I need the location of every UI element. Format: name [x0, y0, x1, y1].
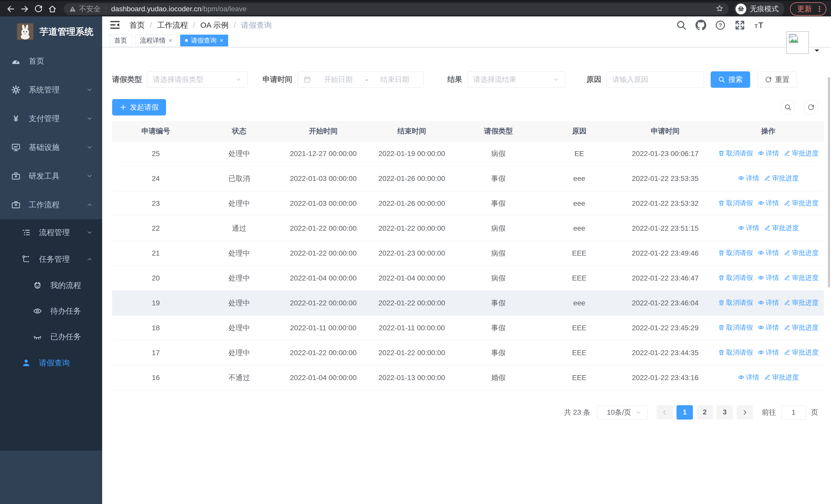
sidebar-item-system[interactable]: 系统管理	[0, 76, 102, 104]
browser-reload-button[interactable]	[32, 3, 45, 15]
chevron-down-icon	[86, 115, 93, 122]
sidebar-item-payment[interactable]: 支付管理	[0, 104, 102, 133]
action-detail-link[interactable]: 详情	[738, 224, 760, 233]
action-progress-link[interactable]: 审批进度	[784, 298, 819, 307]
action-progress-link[interactable]: 审批进度	[784, 199, 819, 208]
browser-menu-icon[interactable]	[815, 5, 823, 13]
sidebar-item-infrastructure[interactable]: 基础设施	[0, 133, 102, 162]
goto-page-input[interactable]	[781, 405, 806, 420]
action-progress-link[interactable]: 审批进度	[784, 248, 819, 257]
cell-end-time: 2022-01-26 00:00:00	[368, 166, 456, 191]
result-select[interactable]: 请选择流结果	[467, 71, 565, 88]
next-page-button[interactable]	[737, 405, 753, 420]
action-detail-link[interactable]: 详情	[757, 348, 779, 357]
action-cancel-link[interactable]: 取消请假	[718, 149, 753, 158]
breadcrumb-item[interactable]: 工作流程	[157, 20, 188, 31]
cell-end-time: 2022-01-11 00:00:00	[368, 316, 456, 340]
action-cancel-link[interactable]: 取消请假	[718, 323, 753, 332]
end-date-input[interactable]: 结束日期	[372, 75, 418, 84]
action-progress-link[interactable]: 审批进度	[784, 323, 819, 332]
action-progress-link[interactable]: 审批进度	[764, 224, 799, 233]
browser-update-button[interactable]: 更新	[790, 2, 826, 16]
tab-leave-query[interactable]: 请假查询 ×	[180, 35, 228, 47]
refresh-table-button[interactable]	[804, 100, 818, 114]
site-security[interactable]: 不安全	[69, 4, 101, 14]
sidebar-item-todo-tasks[interactable]: 待办任务	[0, 298, 102, 324]
chevron-up-icon	[86, 256, 93, 263]
browser-forward-button[interactable]	[19, 3, 31, 15]
cell-status: 处理中	[199, 291, 279, 316]
create-leave-button[interactable]: 发起请假	[112, 99, 166, 116]
start-date-input[interactable]: 开始日期	[315, 75, 361, 84]
cell-start-time: 2022-01-22 00:00:00	[279, 291, 368, 316]
action-progress-link[interactable]: 审批进度	[784, 348, 819, 357]
menu-fold-icon[interactable]	[109, 19, 121, 31]
scrollbar[interactable]	[828, 77, 830, 288]
sidebar-item-done-tasks[interactable]: 已办任务	[0, 324, 102, 350]
help-icon[interactable]	[715, 20, 726, 31]
fullscreen-icon[interactable]	[735, 20, 745, 31]
sidebar-item-home[interactable]: 首页	[0, 47, 102, 76]
action-detail-link[interactable]: 详情	[757, 149, 779, 158]
cell-apply-time: 2022-01-22 23:51:15	[618, 216, 713, 241]
bookmark-star-icon[interactable]	[716, 4, 724, 13]
tab-process-detail[interactable]: 流程详情 ×	[135, 35, 177, 47]
page-button-3[interactable]: 3	[717, 405, 733, 420]
action-detail-link[interactable]: 详情	[738, 174, 760, 183]
cell-actions: 详情审批进度	[713, 365, 824, 390]
reset-button[interactable]: 重置	[757, 71, 797, 88]
github-icon[interactable]	[695, 20, 706, 31]
tab-home[interactable]: 首页	[109, 35, 132, 47]
reason-label: 原因	[586, 75, 601, 85]
action-cancel-link[interactable]: 取消请假	[718, 298, 753, 307]
goto-label: 前往	[762, 408, 776, 417]
sidebar-item-process-mgmt[interactable]: 流程管理	[0, 219, 102, 246]
sidebar-item-workflow[interactable]: 工作流程	[0, 190, 102, 219]
action-cancel-link[interactable]: 取消请假	[718, 348, 753, 357]
sidebar-item-my-process[interactable]: 我的流程	[0, 272, 102, 298]
action-progress-link[interactable]: 审批进度	[784, 149, 819, 158]
action-detail-link[interactable]: 详情	[757, 323, 779, 332]
address-bar[interactable]: 不安全 dashboard.yudao.iocoder.cn/bpm/oa/le…	[64, 3, 729, 15]
font-size-icon[interactable]	[754, 20, 765, 31]
show-search-button[interactable]	[781, 100, 795, 114]
cell-status: 已取消	[199, 166, 279, 191]
action-detail-link[interactable]: 详情	[757, 273, 779, 282]
action-detail-link[interactable]: 详情	[738, 373, 760, 382]
page-button-1[interactable]: 1	[677, 405, 693, 420]
close-icon[interactable]: ×	[169, 37, 172, 44]
browser-back-button[interactable]	[5, 3, 17, 15]
reason-input[interactable]	[612, 76, 698, 84]
page-button-2[interactable]: 2	[696, 405, 713, 420]
action-detail-link[interactable]: 详情	[757, 298, 779, 307]
workflow-submenu: 流程管理 任务管理 我的流程 待办任务 已办	[0, 219, 102, 451]
action-progress-link[interactable]: 审批进度	[764, 373, 799, 382]
avatar[interactable]	[786, 31, 809, 54]
browser-home-button[interactable]	[46, 3, 58, 15]
user-menu-caret-icon[interactable]	[813, 47, 821, 54]
close-icon[interactable]: ×	[220, 37, 223, 44]
table-row: 25 处理中 2021-12-27 00:00:00 2022-01-19 00…	[112, 141, 824, 166]
apply-time-range-picker[interactable]: 开始日期 - 结束日期	[297, 71, 424, 88]
col-leave-type: 请假类型	[456, 121, 541, 141]
sidebar-item-task-mgmt[interactable]: 任务管理	[0, 246, 102, 272]
cell-leave-type: 事假	[456, 166, 541, 191]
sidebar-item-devtools[interactable]: 研发工具	[0, 162, 102, 190]
search-icon[interactable]	[676, 20, 687, 31]
leave-type-select[interactable]: 请选择请假类型	[147, 71, 248, 88]
action-cancel-link[interactable]: 取消请假	[718, 199, 753, 208]
action-detail-link[interactable]: 详情	[757, 199, 779, 208]
action-detail-link[interactable]: 详情	[757, 248, 779, 257]
action-cancel-link[interactable]: 取消请假	[718, 248, 753, 257]
sidebar-item-leave-query[interactable]: 请假查询	[0, 350, 102, 376]
search-button[interactable]: 搜索	[711, 71, 750, 88]
cell-apply-time: 2022-01-22 23:46:04	[618, 291, 713, 316]
action-progress-link[interactable]: 审批进度	[784, 273, 819, 282]
page-size-select[interactable]: 10条/页	[597, 405, 648, 420]
cell-reason: eee	[541, 216, 618, 241]
prev-page-button[interactable]	[657, 405, 673, 420]
action-progress-link[interactable]: 审批进度	[764, 174, 799, 183]
action-cancel-link[interactable]: 取消请假	[718, 273, 753, 282]
breadcrumb-item[interactable]: 首页	[130, 20, 145, 31]
breadcrumb-item[interactable]: OA 示例	[200, 20, 229, 31]
